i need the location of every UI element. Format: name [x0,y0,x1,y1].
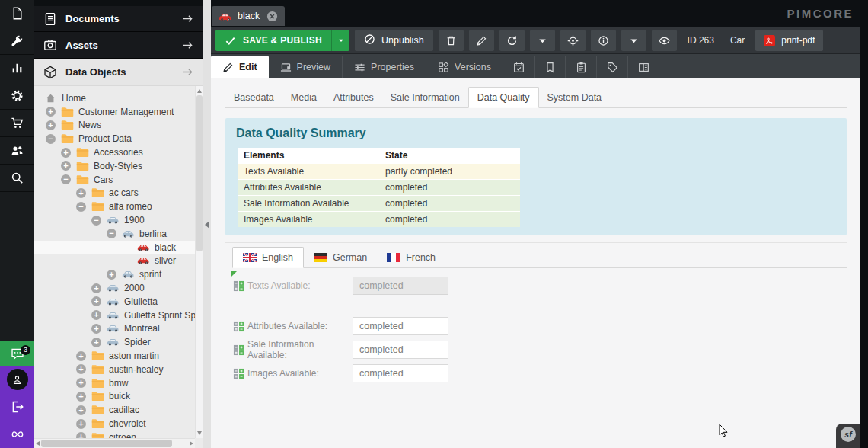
tree-expander-icon[interactable]: + [76,405,86,415]
reload-options-button[interactable] [530,30,555,51]
tree-item[interactable]: + 2000 [34,281,195,295]
tab-versions[interactable]: Versions [426,56,503,78]
tab-reports-icon[interactable] [566,56,597,78]
scroll-up-arrow-icon[interactable] [197,89,202,93]
tab-layout-icon[interactable] [628,56,659,78]
sidebar-panel-assets[interactable]: Assets [34,32,203,59]
field-input[interactable] [353,341,448,359]
tree-item[interactable]: − Cars [34,173,195,187]
sidebar-splitter[interactable] [203,0,211,448]
tree-expander-icon[interactable]: + [76,392,86,402]
sidebar-panel-data-objects[interactable]: Data Objects [34,59,203,86]
tree-expander-icon[interactable]: + [76,188,86,198]
tab-tags-icon[interactable] [597,56,628,78]
tree-expander-icon[interactable]: − [46,134,56,144]
tree-expander-icon[interactable]: + [76,378,86,388]
tree-item[interactable]: + sprint [34,267,195,281]
rail-customers-icon[interactable] [0,137,34,165]
tree-expander-icon[interactable]: + [91,283,101,293]
open-preview-button[interactable] [652,30,677,51]
rail-documents-icon[interactable] [0,0,34,27]
tree-vertical-scrollbar[interactable] [195,86,203,438]
tree-expander-icon[interactable]: + [91,310,101,320]
langtab-french[interactable]: French [377,248,445,267]
field-input[interactable] [353,364,448,382]
tree-expander-icon[interactable]: − [91,216,101,226]
field-input[interactable] [353,277,448,295]
tree-expander-icon[interactable]: + [46,107,56,117]
tree-expander-icon[interactable]: + [76,419,86,429]
scrollbar-thumb[interactable] [196,95,203,251]
scroll-left-arrow-icon[interactable] [36,441,40,446]
tree-item[interactable]: silver [34,254,195,268]
tree-expander-icon[interactable]: + [107,270,116,280]
subtab-basedata[interactable]: Basedata [225,88,282,107]
tree-expander-icon[interactable]: − [107,229,116,238]
print-pdf-button[interactable]: print-pdf [755,30,823,51]
tree-expander-icon[interactable]: − [61,174,71,184]
tree-item[interactable]: + Montreal [34,322,195,336]
tree-expander-icon[interactable]: + [91,338,101,347]
tree-item[interactable]: + ac cars [34,187,195,200]
tree-item[interactable]: black [34,241,195,254]
info-options-button[interactable] [621,30,646,51]
symfony-profiler-button[interactable]: sf [836,424,860,448]
tree-item[interactable]: Home [34,91,195,105]
tab-properties[interactable]: Properties [343,56,426,78]
tree-item[interactable]: + Gulietta Sprint Speciale [34,309,195,322]
open-object-tab[interactable]: black [212,6,285,26]
rail-ecommerce-icon[interactable] [0,110,34,137]
save-and-publish-button[interactable]: SAVE & PUBLISH [215,30,349,51]
tree-item[interactable]: + aston martin [34,349,195,363]
tree-item[interactable]: + chevrolet [34,417,195,430]
tree-expander-icon[interactable]: + [46,120,56,130]
info-button[interactable] [591,30,616,51]
tree-item[interactable]: + austin-healey [34,363,195,376]
subtab-attributes[interactable]: Attributes [325,88,382,107]
tree-expander-icon[interactable]: + [76,351,86,361]
rename-button[interactable] [469,30,494,51]
tree-item[interactable]: + Customer Management [34,105,195,119]
tree-expander-icon[interactable]: + [76,364,86,374]
delete-button[interactable] [439,30,464,51]
subtab-data-quality[interactable]: Data Quality [468,87,539,108]
tree-expander-icon[interactable]: + [76,432,86,438]
tree-horizontal-scrollbar[interactable] [34,438,195,448]
tree-item[interactable]: + Spider [34,335,195,349]
tab-notes-icon[interactable] [535,56,566,78]
subtab-sale-information[interactable]: Sale Information [382,88,468,107]
rail-user-icon[interactable] [0,366,34,393]
tree-expander-icon[interactable]: + [61,161,71,171]
unpublish-button[interactable]: Unpublish [355,30,433,51]
tree-item[interactable]: + Body-Styles [34,159,195,173]
rail-logout-icon[interactable] [0,393,34,421]
rail-notifications-icon[interactable]: 3 [0,341,34,366]
rail-search-icon[interactable] [0,165,34,192]
tree-item[interactable]: − berlina [34,227,195,241]
scroll-right-arrow-icon[interactable] [190,441,193,446]
scroll-down-arrow-icon[interactable] [197,431,202,435]
tree-item[interactable]: + buick [34,390,195,404]
sidebar-panel-documents[interactable]: Documents [34,6,203,32]
subtab-system-data[interactable]: System Data [539,88,611,107]
tree-item[interactable]: + cadillac [34,403,195,417]
tree-expander-icon[interactable]: + [91,296,101,306]
tree-item[interactable]: + Accessories [34,146,195,159]
tree-item[interactable]: + Giulietta [34,295,195,309]
save-options-caret-icon[interactable] [331,30,349,51]
langtab-german[interactable]: German [304,248,377,267]
rail-tools-icon[interactable] [0,27,34,55]
tree-expander-icon[interactable]: − [76,202,86,212]
tree-expander-icon[interactable]: + [91,324,101,334]
tab-edit[interactable]: Edit [211,56,269,78]
rail-settings-icon[interactable] [0,82,34,110]
tree-item[interactable]: + citroen [34,430,195,438]
rail-pimcore-platform-icon[interactable] [0,421,34,448]
collapse-sidebar-icon[interactable] [205,221,209,229]
locate-in-tree-button[interactable] [560,30,586,51]
tab-schedule-icon[interactable] [503,56,535,78]
tree-item[interactable]: − alfa romeo [34,200,195,213]
rail-reports-icon[interactable] [0,55,34,82]
tab-preview[interactable]: Preview [269,56,343,78]
field-input[interactable] [353,317,448,335]
